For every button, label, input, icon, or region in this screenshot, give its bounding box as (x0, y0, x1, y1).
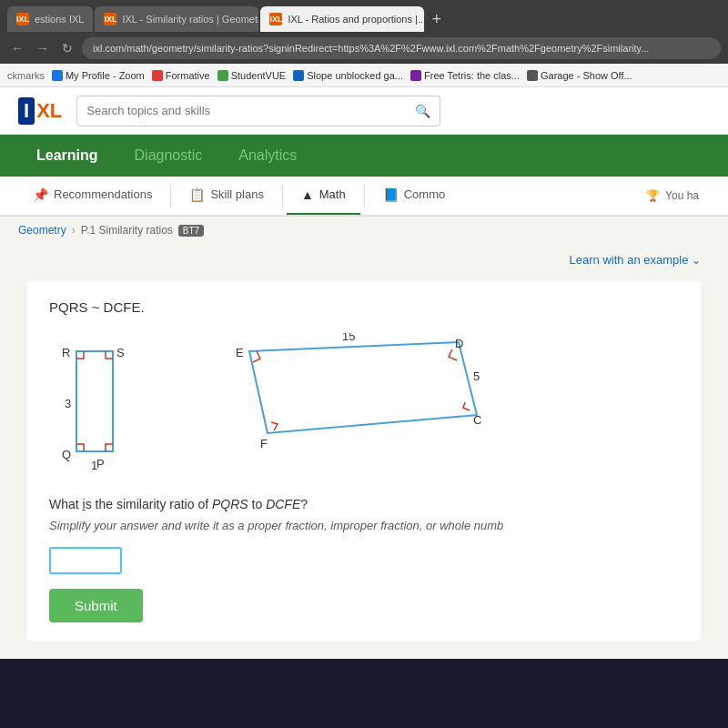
width-label-1: 1 (91, 459, 97, 472)
recommendations-icon: 📌 (33, 187, 48, 202)
tab-label-3: IXL - Ratios and proportions |... (288, 14, 424, 25)
svg-marker-1 (249, 342, 477, 433)
problem-statement: PQRS ~ DCFE. (49, 299, 679, 315)
sub-nav: 📌 Recommendations 📋 Skill plans ▲ Math 📘… (0, 177, 728, 217)
you-have-text: You ha (665, 189, 699, 202)
tab-icon-3: IXL (269, 13, 282, 25)
sub-nav-divider-3 (364, 185, 365, 207)
breadcrumb-sep: › (72, 224, 76, 237)
width-label-2: 15 (342, 333, 355, 343)
chevron-down-icon: ⌄ (692, 254, 701, 267)
height-label-1: 3 (65, 397, 71, 410)
tab-bar: IXL estions IXL IXL IXL - Similarity rat… (0, 0, 728, 33)
nav-analytics[interactable]: Analytics (220, 136, 315, 175)
svg-rect-0 (76, 351, 113, 451)
bookmark-formative[interactable]: Formative (152, 70, 210, 81)
bookmark-icon-zoom (52, 70, 63, 81)
figures-row: R S Q P 3 1 (49, 333, 679, 479)
address-text: ixl.com/math/geometry/similarity-ratios?… (93, 43, 649, 54)
page: I XL 🔍 Learning Diagnostic Analytics 📌 R… (0, 87, 728, 659)
bookmark-tetris[interactable]: Free Tetris: the clas... (410, 70, 520, 81)
bookmark-label-zoom: My Profile - Zoom (66, 70, 145, 81)
vertex-P: P (96, 457, 105, 470)
vertex-Q: Q (62, 448, 71, 461)
search-icon: 🔍 (415, 104, 430, 118)
vertex-D: D (455, 337, 463, 350)
forward-button[interactable]: → (33, 39, 53, 57)
question-text-content: What (49, 497, 83, 511)
breadcrumb: Geometry › P.1 Similarity ratios BT7 (0, 217, 728, 244)
question-rest: s the similarity ratio of PQRS to DCFE? (86, 497, 308, 511)
question-text: What is the similarity ratio of PQRS to … (49, 497, 679, 511)
tab-icon-2: IXL (104, 13, 116, 25)
bookmark-icon-studentvue (217, 70, 228, 81)
skillplans-icon: 📋 (189, 187, 205, 202)
sub-nav-math-label: Math (319, 187, 346, 201)
similarity-statement: PQRS ~ DCFE. (49, 299, 145, 315)
tab-label-2: IXL - Similarity ratios | Geometr (122, 14, 258, 25)
search-bar[interactable]: 🔍 (76, 96, 440, 126)
figure-dcfe: D E C F 15 5 (186, 333, 495, 479)
bookmark-icon-tetris (410, 70, 421, 81)
ixl-logo-icon: I (18, 97, 35, 125)
figure-pqrs: R S Q P 3 1 (49, 333, 149, 479)
breadcrumb-geometry[interactable]: Geometry (18, 224, 66, 237)
bookmarks-bar: ckmarks My Profile - Zoom Formative Stud… (0, 64, 728, 87)
main-content: Learn with an example ⌄ PQRS ~ DCFE. R S… (0, 244, 728, 659)
bookmark-studentvue[interactable]: StudentVUE (217, 70, 287, 81)
back-button[interactable]: ← (7, 39, 27, 57)
sub-nav-skillplans[interactable]: 📋 Skill plans (175, 177, 278, 216)
bookmarks-label: ckmarks (7, 70, 45, 81)
learn-example-text: Learn with an example (570, 253, 689, 267)
vertex-F: F (260, 437, 268, 450)
ixl-header: I XL 🔍 (0, 87, 728, 135)
bookmark-icon-slope (293, 70, 304, 81)
height-label-2: 5 (473, 369, 480, 383)
breadcrumb-skill: P.1 Similarity ratios (81, 224, 173, 237)
nav-bar: Learning Diagnostic Analytics (0, 135, 728, 177)
tab-label-1: estions IXL (35, 14, 84, 25)
sub-nav-recommendations-label: Recommendations (54, 187, 152, 201)
sub-nav-math[interactable]: ▲ Math (287, 177, 360, 216)
vertex-R: R (62, 346, 70, 359)
ixl-logo[interactable]: I XL (18, 97, 62, 125)
tab-3[interactable]: IXL IXL - Ratios and proportions |... (260, 6, 424, 32)
sub-nav-right: 🏆 You ha (635, 189, 710, 202)
sub-nav-commo-label: Commo (404, 187, 446, 201)
bookmark-icon-formative (152, 70, 163, 81)
vertex-E: E (236, 346, 244, 359)
ixl-logo-text: XL (36, 99, 62, 123)
vertex-C: C (473, 413, 481, 427)
tab-2[interactable]: IXL IXL - Similarity ratios | Geometr (95, 6, 258, 32)
address-bar[interactable]: ixl.com/math/geometry/similarity-ratios?… (82, 37, 721, 59)
sub-nav-skillplans-label: Skill plans (210, 187, 264, 201)
bookmark-label-tetris: Free Tetris: the clas... (424, 70, 520, 81)
bookmark-label-slope: Slope unblocked ga... (307, 70, 403, 81)
sub-nav-divider-1 (170, 185, 171, 207)
nav-diagnostic[interactable]: Diagnostic (116, 136, 221, 175)
tab-1[interactable]: IXL estions IXL (7, 6, 93, 32)
commo-icon: 📘 (383, 187, 399, 202)
bookmark-garage[interactable]: Garage - Show Off... (527, 70, 632, 81)
tab-icon-1: IXL (16, 13, 29, 25)
learn-example[interactable]: Learn with an example ⌄ (27, 253, 701, 267)
address-bar-row: ← → ↻ ixl.com/math/geometry/similarity-r… (0, 33, 728, 64)
sub-nav-commo[interactable]: 📘 Commo (369, 177, 460, 216)
bookmark-slope[interactable]: Slope unblocked ga... (293, 70, 403, 81)
breadcrumb-badge: BT7 (178, 225, 204, 237)
sub-nav-recommendations[interactable]: 📌 Recommendations (18, 177, 167, 216)
trophy-icon: 🏆 (646, 189, 660, 202)
submit-button[interactable]: Submit (49, 589, 143, 622)
problem-area: PQRS ~ DCFE. R S Q P (27, 281, 701, 641)
bookmark-label-formative: Formative (166, 70, 210, 81)
bookmark-zoom[interactable]: My Profile - Zoom (52, 70, 145, 81)
answer-input[interactable] (49, 547, 122, 574)
bookmark-icon-garage (527, 70, 538, 81)
new-tab-button[interactable]: + (426, 10, 447, 29)
nav-learning[interactable]: Learning (18, 136, 116, 175)
instruction-text: Simplify your answer and write it as a p… (49, 519, 679, 532)
vertex-S: S (116, 346, 125, 359)
bookmark-label-garage: Garage - Show Off... (541, 70, 632, 81)
reload-button[interactable]: ↻ (58, 39, 76, 57)
search-input[interactable] (86, 104, 408, 117)
